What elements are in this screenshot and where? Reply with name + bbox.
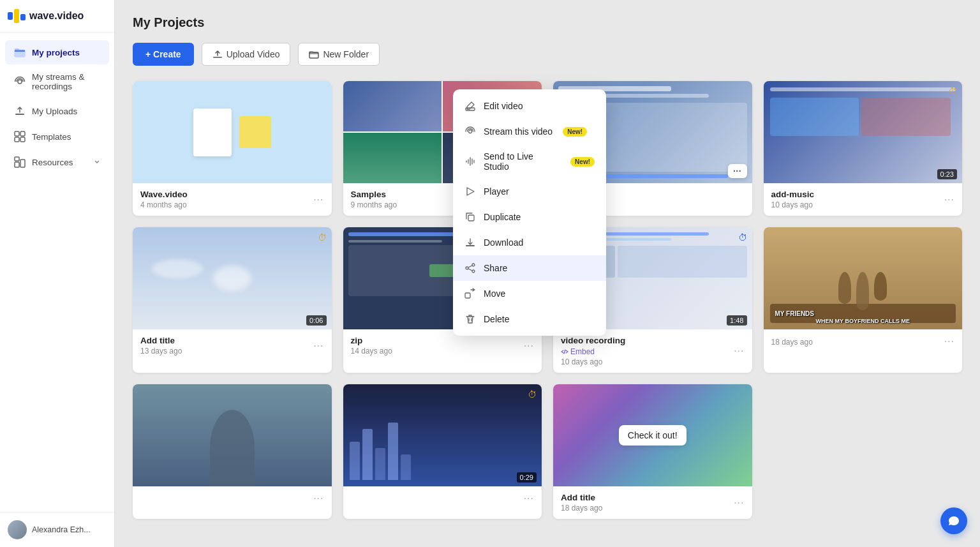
menu-item-player[interactable]: Player [453, 179, 606, 204]
embed-link[interactable]: Embed [561, 347, 595, 356]
thumb-city-night: ⏱ 0:29 [343, 384, 542, 486]
embed-label: Embed [570, 347, 595, 356]
card-meta-add-music: 10 days ago [771, 200, 815, 209]
stream-icon [464, 126, 476, 137]
svg-point-22 [466, 267, 468, 269]
chevron-down-icon [94, 159, 100, 165]
thumb-add-music: ⏱ 0:23 [764, 81, 963, 183]
more-options-meerkat[interactable]: ··· [944, 336, 954, 347]
folder-doc [193, 109, 232, 156]
duration-video-rec: 1:48 [727, 315, 746, 326]
svg-point-4 [18, 80, 22, 84]
upload-label: Upload Video [226, 49, 280, 59]
menu-label-edit-video: Edit video [484, 101, 523, 111]
svg-rect-1 [14, 9, 19, 23]
logo-text: wave.video [29, 10, 84, 22]
svg-point-21 [472, 270, 475, 273]
streams-icon [14, 76, 26, 87]
menu-item-move[interactable]: Move [453, 281, 606, 306]
sidebar-item-my-projects[interactable]: My projects [5, 40, 109, 64]
menu-item-share[interactable]: Share [453, 255, 606, 281]
menu-item-duplicate[interactable]: Duplicate [453, 204, 606, 230]
clock-icon-add-music: ⏱ [948, 86, 957, 96]
chat-icon [947, 514, 960, 527]
clock-icon-add-title: ⏱ [318, 232, 327, 243]
chat-bubble-button[interactable] [940, 507, 967, 534]
menu-label-player: Player [484, 186, 509, 197]
card-wave-video-folder[interactable]: Wave.video 4 months ago ··· [133, 81, 332, 216]
upload-video-button[interactable]: Upload Video [202, 43, 291, 66]
download-icon [464, 237, 476, 248]
menu-item-edit-video[interactable]: Edit video [453, 93, 606, 119]
card-name-zip: zip [351, 336, 392, 345]
checkit-bubble: Check it out! [619, 425, 687, 446]
menu-label-live-studio: Send to Live Studio [484, 151, 560, 172]
share-icon [464, 262, 476, 274]
svg-rect-14 [309, 52, 318, 58]
menu-label-duplicate: Duplicate [484, 212, 521, 222]
active-video-more-options[interactable]: ··· [728, 164, 747, 178]
sidebar: wave.video My projects My streams & reco… [0, 0, 115, 547]
context-menu: Edit video Stream this video New! Send t… [453, 89, 606, 336]
card-add-title-1[interactable]: ⏱ 0:06 Add title 13 days ago ··· [133, 227, 332, 373]
new-folder-button[interactable]: New Folder [298, 43, 380, 66]
card-meerkat[interactable]: MY FRIENDS WHEN MY BOYFRIEND CALLS ME 18… [764, 227, 963, 373]
more-options-person[interactable]: ··· [313, 493, 323, 504]
new-folder-icon [309, 49, 319, 59]
svg-rect-5 [15, 114, 24, 115]
card-meta-meerkat: 18 days ago [771, 338, 813, 347]
menu-item-download[interactable]: Download [453, 230, 606, 255]
folder-sticky [239, 116, 271, 148]
more-options-add-music[interactable]: ··· [944, 194, 954, 206]
more-options-checkit[interactable]: ··· [734, 497, 744, 509]
more-options-video-rec[interactable]: ··· [734, 345, 744, 357]
menu-label-stream: Stream this video [484, 126, 553, 137]
sidebar-item-label-my-projects: My projects [32, 48, 80, 57]
card-name-checkit: Add title [561, 493, 602, 502]
create-button[interactable]: + Create [133, 43, 194, 66]
svg-rect-2 [20, 14, 26, 20]
more-options-city[interactable]: ··· [524, 493, 534, 504]
thumb-check-it-out: Check it out! [553, 384, 752, 486]
embed-icon [561, 348, 568, 356]
svg-rect-19 [466, 245, 475, 246]
menu-item-stream-video[interactable]: Stream this video New! [453, 119, 606, 144]
avatar [8, 520, 27, 539]
svg-rect-10 [15, 162, 19, 167]
user-name: Alexandra Ezh... [32, 525, 91, 534]
thumb-person-hood [133, 384, 332, 486]
clock-icon-video-rec: ⏱ [738, 232, 747, 243]
more-options-add-title[interactable]: ··· [313, 340, 323, 352]
thumb-meerkat: MY FRIENDS WHEN MY BOYFRIEND CALLS ME [764, 227, 963, 329]
card-person-hood[interactable]: ··· [133, 384, 332, 519]
logo: wave.video [0, 0, 114, 33]
duration-city: 0:29 [517, 472, 537, 483]
menu-item-live-studio[interactable]: Send to Live Studio New! [453, 144, 606, 179]
card-city-night[interactable]: ⏱ 0:29 ··· [343, 384, 542, 519]
templates-icon [14, 131, 26, 142]
card-name-video-rec: video recording [561, 336, 625, 345]
sidebar-item-templates[interactable]: Templates [5, 124, 109, 149]
page-title: My Projects [133, 15, 962, 30]
menu-label-move: Move [484, 288, 505, 299]
badge-new-stream: New! [563, 127, 587, 137]
svg-rect-13 [213, 57, 222, 58]
card-name-wavevideo: Wave.video [140, 190, 188, 199]
more-options-zip[interactable]: ··· [524, 340, 534, 352]
svg-rect-11 [20, 160, 25, 167]
card-add-music[interactable]: ⏱ 0:23 add-music 10 days ago ··· [764, 81, 963, 216]
new-folder-label: New Folder [323, 49, 369, 59]
sidebar-item-label-templates: Templates [32, 132, 71, 142]
sidebar-item-label-streams: My streams & recordings [32, 72, 100, 91]
clock-icon-city: ⏱ [528, 389, 537, 400]
sample-cell-1 [343, 81, 442, 131]
menu-item-delete[interactable]: Delete [453, 306, 606, 332]
more-options-wavevideo[interactable]: ··· [313, 194, 323, 206]
card-meta-wavevideo: 4 months ago [140, 200, 188, 209]
svg-rect-12 [15, 157, 19, 161]
sidebar-item-my-streams[interactable]: My streams & recordings [5, 66, 109, 98]
card-check-it-out[interactable]: Check it out! Add title 18 days ago ··· [553, 384, 752, 519]
sidebar-item-resources[interactable]: Resources [5, 150, 109, 174]
svg-rect-18 [468, 215, 474, 221]
sidebar-item-my-uploads[interactable]: My Uploads [5, 99, 109, 123]
